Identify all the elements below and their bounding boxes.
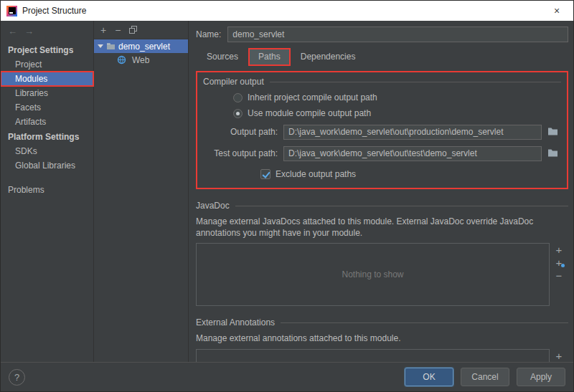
javadoc-empty-text: Nothing to show <box>342 269 403 279</box>
close-icon: × <box>554 5 560 16</box>
section-divider <box>270 82 561 82</box>
inherit-output-label: Inherit project compile output path <box>248 92 377 102</box>
add-module-icon[interactable]: + <box>100 25 106 35</box>
module-tabs: Sources Paths Dependencies <box>196 48 568 65</box>
platform-settings-header: Platform Settings <box>1 129 93 144</box>
remove-module-icon[interactable]: − <box>115 25 121 35</box>
tree-toolbar: + − <box>94 21 188 39</box>
external-annotations-title: External Annotations <box>196 317 275 328</box>
name-label: Name: <box>196 29 221 39</box>
module-editor-panel: Name: Sources Paths Dependencies Compile… <box>189 21 573 362</box>
javadoc-description: Manage external JavaDocs attached to thi… <box>196 216 568 239</box>
tree-node-module[interactable]: demo_servlet <box>94 39 188 53</box>
ok-button[interactable]: OK <box>405 368 453 386</box>
tree-node-web[interactable]: Web <box>94 53 188 67</box>
project-settings-header: Project Settings <box>1 42 93 57</box>
add-javadoc-url-icon[interactable]: + <box>556 257 563 268</box>
intellij-logo-icon <box>6 6 17 16</box>
section-divider <box>281 322 568 323</box>
sidebar-item-libraries[interactable]: Libraries <box>1 86 93 100</box>
help-button[interactable]: ? <box>9 369 25 386</box>
exclude-output-paths-checkbox-row[interactable]: Exclude output paths <box>260 169 561 179</box>
module-icon <box>106 42 116 51</box>
module-tree-panel: + − demo_servlet Web <box>94 21 189 362</box>
window-title: Project Structure <box>22 6 86 16</box>
sidebar-item-facets[interactable]: Facets <box>1 100 93 115</box>
exclude-output-paths-label: Exclude output paths <box>276 169 356 179</box>
radio-selected-icon[interactable] <box>233 109 243 118</box>
close-button[interactable]: × <box>540 1 573 21</box>
compiler-output-title: Compiler output <box>203 77 264 87</box>
use-module-output-radio[interactable]: Use module compile output path <box>233 108 561 118</box>
tree-node-label: demo_servlet <box>118 42 170 52</box>
sidebar-item-project[interactable]: Project <box>1 57 93 72</box>
web-facet-icon <box>117 55 126 64</box>
javadoc-title: JavaDoc <box>196 201 230 211</box>
checkbox-checked-icon[interactable] <box>260 169 270 179</box>
dialog-footer: ? OK Cancel Apply <box>1 362 573 391</box>
tab-dependencies[interactable]: Dependencies <box>291 49 365 65</box>
chevron-down-icon[interactable] <box>98 44 103 48</box>
inherit-output-radio[interactable]: Inherit project compile output path <box>233 92 561 102</box>
tree-node-label: Web <box>132 55 149 65</box>
sidebar-item-modules[interactable]: Modules <box>1 72 93 86</box>
sidebar-item-artifacts[interactable]: Artifacts <box>1 115 93 129</box>
module-name-input[interactable] <box>227 27 568 42</box>
folder-icon <box>547 148 558 159</box>
radio-icon[interactable] <box>233 93 243 102</box>
settings-sidebar: ← → Project Settings Project Modules Lib… <box>1 21 94 362</box>
back-icon[interactable]: ← <box>8 26 17 37</box>
sidebar-item-sdks[interactable]: SDKs <box>1 144 93 158</box>
titlebar: Project Structure × <box>1 1 573 21</box>
sidebar-item-global-libraries[interactable]: Global Libraries <box>1 158 93 173</box>
external-annotations-section: External Annotations Manage external ann… <box>196 317 568 362</box>
javadoc-list-toolbar: + + − <box>550 243 568 306</box>
cancel-button[interactable]: Cancel <box>461 368 509 386</box>
browse-test-output-path-button[interactable] <box>544 145 561 161</box>
javadoc-list[interactable]: Nothing to show <box>196 243 550 306</box>
external-annotations-list[interactable]: Nothing to show <box>196 349 550 362</box>
copy-module-icon[interactable] <box>129 26 137 34</box>
javadoc-section: JavaDoc Manage external JavaDocs attache… <box>196 201 568 306</box>
annotations-list-toolbar: + − <box>550 349 568 362</box>
section-divider <box>235 206 568 206</box>
help-icon: ? <box>14 372 19 383</box>
browse-output-path-button[interactable] <box>544 124 561 140</box>
compiler-output-section: Compiler output Inherit project compile … <box>196 71 568 189</box>
output-path-input[interactable] <box>283 125 542 140</box>
tab-sources[interactable]: Sources <box>197 49 248 65</box>
remove-javadoc-icon[interactable]: − <box>556 270 563 281</box>
test-output-path-label: Test output path: <box>203 148 278 158</box>
output-path-label: Output path: <box>203 127 278 137</box>
external-annotations-description: Manage external annotations attached to … <box>196 333 568 344</box>
folder-icon <box>547 127 558 138</box>
project-structure-dialog: Project Structure × ← → Project Settings… <box>0 0 574 392</box>
sidebar-item-problems[interactable]: Problems <box>1 183 93 197</box>
apply-button[interactable]: Apply <box>517 368 565 386</box>
test-output-path-input[interactable] <box>283 146 542 161</box>
add-javadoc-icon[interactable]: + <box>556 244 563 255</box>
forward-icon[interactable]: → <box>24 26 34 37</box>
tab-paths[interactable]: Paths <box>249 49 290 65</box>
add-annotation-root-icon[interactable]: + <box>556 350 563 361</box>
use-module-output-label: Use module compile output path <box>248 108 371 118</box>
